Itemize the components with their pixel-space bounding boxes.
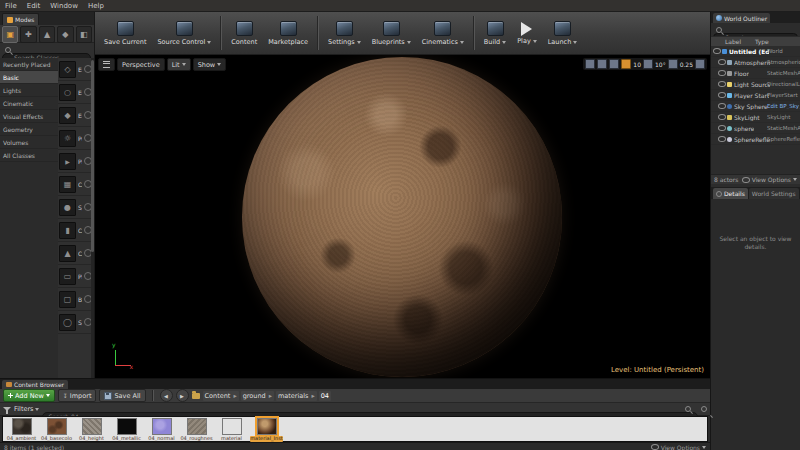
category-visual-effects[interactable]: Visual Effects <box>0 110 58 123</box>
category-volumes[interactable]: Volumes <box>0 136 58 149</box>
save-current-button[interactable]: Save Current <box>99 18 151 48</box>
category-cinematic[interactable]: Cinematic <box>0 97 58 110</box>
forward-button[interactable]: ▶ <box>176 389 189 402</box>
asset-material-inst[interactable]: material_Inst <box>250 418 283 442</box>
gizmo-rotate-icon[interactable] <box>597 59 607 69</box>
modes-panel-tab[interactable]: Modes <box>2 13 39 25</box>
scale-snap-value[interactable]: 0.25 <box>680 61 693 68</box>
back-button[interactable]: ◀ <box>160 389 173 402</box>
show-button[interactable]: Show <box>193 58 227 71</box>
outliner-row-sky-sphere[interactable]: Sky Sphere Edit BP_Sky_ <box>711 101 800 112</box>
tab-world-settings[interactable]: World Settings <box>749 188 799 199</box>
category-recently-placed[interactable]: Recently Placed <box>0 58 58 71</box>
rotation-snap-value[interactable]: 10° <box>655 61 666 68</box>
visibility-eye-icon[interactable] <box>718 103 726 109</box>
visibility-eye-icon[interactable] <box>718 92 726 98</box>
folder-icon[interactable] <box>192 393 200 399</box>
breadcrumb-materials[interactable]: materials <box>276 391 317 401</box>
outliner-row-player-start[interactable]: Player Start PlayerStart <box>711 90 800 101</box>
lit-mode-button[interactable]: Lit <box>167 58 191 71</box>
cb-view-options-button[interactable]: View Options <box>651 444 706 450</box>
mode-tab-foliage-icon[interactable]: ◆ <box>57 26 73 43</box>
import-button[interactable]: ↧ Import <box>58 389 97 402</box>
visibility-eye-icon[interactable] <box>718 81 726 87</box>
source-control-button[interactable]: Source Control <box>152 18 216 48</box>
edit-blueprint-link[interactable]: Edit BP_Sky_ <box>767 103 800 109</box>
scale-snap-icon[interactable] <box>668 59 678 69</box>
breadcrumb-ground[interactable]: ground <box>241 391 274 401</box>
outliner-row-world[interactable]: Untitled (Editor) World <box>711 46 800 57</box>
add-new-button[interactable]: Add New <box>3 389 55 402</box>
visibility-eye-icon[interactable] <box>718 125 726 131</box>
category-all-classes[interactable]: All Classes <box>0 149 58 162</box>
world-outliner-tab[interactable]: World Outliner <box>713 13 770 23</box>
play-button[interactable]: Play <box>512 19 542 47</box>
gizmo-scale-icon[interactable] <box>609 59 619 69</box>
outliner-row-sphere[interactable]: sphere StaticMeshAct <box>711 123 800 134</box>
visibility-eye-icon[interactable] <box>718 59 726 65</box>
place-item-sphere-trigger[interactable]: Sph <box>58 311 94 334</box>
mode-tab-place-icon[interactable]: ▣ <box>2 26 18 43</box>
place-item-plane[interactable]: Plan <box>58 265 94 288</box>
outliner-row-light-source[interactable]: Light Source DirectionalLig <box>711 79 800 90</box>
grid-snap-icon[interactable] <box>621 59 631 69</box>
sphere-actor-preview[interactable] <box>242 57 562 377</box>
search-icon-button[interactable] <box>701 406 707 412</box>
content-browser-tab[interactable]: Content Browser <box>2 380 68 389</box>
place-item-cone[interactable]: Con <box>58 242 94 265</box>
asset-04-normal[interactable]: 04_normal <box>145 418 178 442</box>
outliner-row-floor[interactable]: Floor StaticMeshAct <box>711 68 800 79</box>
outliner-view-options-button[interactable]: View Options <box>742 176 797 183</box>
perspective-button[interactable]: Perspective <box>117 58 165 71</box>
filters-button[interactable]: Filters <box>14 405 39 413</box>
cinematics-button[interactable]: Cinematics <box>417 18 469 48</box>
menu-help[interactable]: Help <box>83 0 109 11</box>
asset-04-height[interactable]: 04_height <box>75 418 108 442</box>
place-item-player-start[interactable]: Play <box>58 150 94 173</box>
place-item-cube[interactable]: Cub <box>58 173 94 196</box>
outliner-row-skylight[interactable]: SkyLight SkyLight <box>711 112 800 123</box>
place-list-scrollbar[interactable] <box>91 58 94 378</box>
visibility-eye-icon[interactable] <box>718 70 726 76</box>
visibility-eye-icon[interactable] <box>718 114 726 120</box>
category-lights[interactable]: Lights <box>0 84 58 97</box>
settings-button[interactable]: Settings <box>323 18 366 48</box>
save-all-button[interactable]: Save All <box>99 389 145 402</box>
place-item-empty-pawn[interactable]: Emp <box>58 104 94 127</box>
asset-04-metallic[interactable]: 04_metallic <box>110 418 143 442</box>
place-item-sphere[interactable]: Sph <box>58 196 94 219</box>
marketplace-button[interactable]: Marketplace <box>263 18 313 48</box>
mode-tab-paint-icon[interactable]: ✚ <box>20 26 36 43</box>
grid-snap-value[interactable]: 10 <box>633 61 641 68</box>
visibility-eye-icon[interactable] <box>713 48 721 54</box>
blueprints-button[interactable]: Blueprints <box>367 18 416 48</box>
visibility-eye-icon[interactable] <box>718 136 726 142</box>
asset-material[interactable]: material <box>215 418 248 442</box>
launch-button[interactable]: Launch <box>543 18 583 48</box>
place-item-box-trigger[interactable]: Box <box>58 288 94 311</box>
menu-file[interactable]: File <box>0 0 22 11</box>
viewport[interactable]: Perspective Lit Show 10 10° 0.25 y x Lev… <box>95 55 710 378</box>
mode-tab-landscape-icon[interactable]: ▲ <box>39 26 55 43</box>
place-item-empty-actor[interactable]: Emp <box>58 58 94 81</box>
mode-tab-geometry-icon[interactable]: ◧ <box>76 26 92 43</box>
breadcrumb-content[interactable]: Content <box>203 391 239 401</box>
place-item-point-light[interactable]: Poin <box>58 127 94 150</box>
rotation-snap-icon[interactable] <box>643 59 653 69</box>
menu-edit[interactable]: Edit <box>22 0 46 11</box>
outliner-row-atmospheric-fog[interactable]: Atmospheric Fog AtmosphericF <box>711 57 800 68</box>
maximize-viewport-icon[interactable] <box>695 59 705 69</box>
build-button[interactable]: Build <box>479 18 511 48</box>
tab-details[interactable]: Details <box>713 188 748 199</box>
breadcrumb-04[interactable]: 04 <box>319 391 331 401</box>
content-button[interactable]: Content <box>226 18 262 48</box>
category-basic[interactable]: Basic <box>0 71 58 84</box>
menu-window[interactable]: Window <box>45 0 83 11</box>
gizmo-translate-icon[interactable] <box>585 59 595 69</box>
column-label[interactable]: Label <box>711 38 753 45</box>
outliner-row-sphere-reflection-capture[interactable]: SphereReflectionCapture SphereReflect <box>711 134 800 145</box>
category-geometry[interactable]: Geometry <box>0 123 58 136</box>
column-type[interactable]: Type <box>753 38 769 45</box>
viewport-options-button[interactable] <box>98 58 115 71</box>
place-item-cylinder[interactable]: Cyli <box>58 219 94 242</box>
